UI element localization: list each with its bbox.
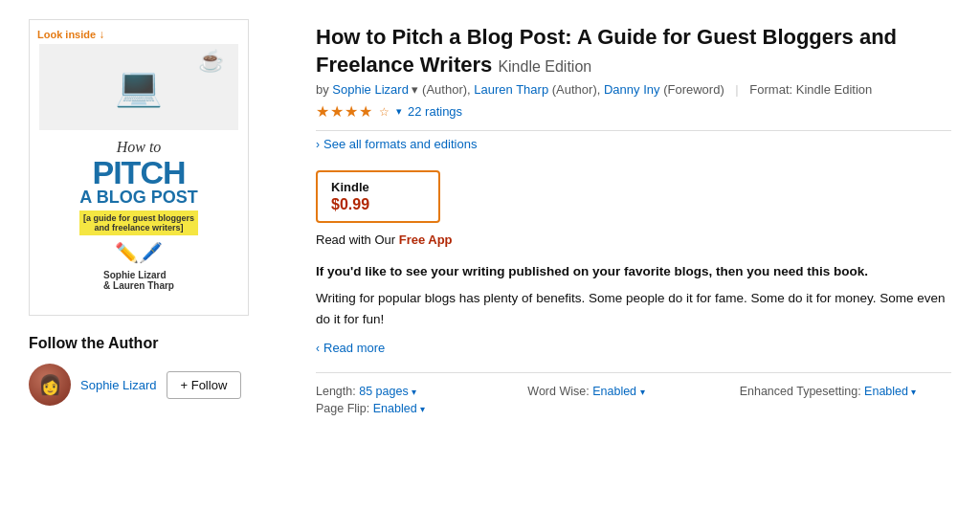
word-wise-detail: Word Wise: Enabled ▾: [527, 385, 739, 398]
rating-chevron[interactable]: ▾: [396, 105, 402, 118]
enhanced-label: Enhanced Typesetting:: [740, 385, 861, 398]
read-more-row: ‹ Read more: [316, 341, 951, 355]
author3-link[interactable]: Danny Iny: [604, 82, 660, 97]
half-star: ☆: [379, 105, 390, 119]
author1-chevron[interactable]: ▾: [412, 82, 418, 97]
rating-row: ★★★★ ☆ ▾ 22 ratings: [316, 102, 951, 121]
free-app-line: Read with Our Free App: [316, 233, 951, 247]
author-follow-name-link[interactable]: Sophie Lizard: [80, 378, 157, 392]
book-details: Length: 85 pages ▾ Word Wise: Enabled ▾ …: [316, 372, 951, 415]
author2-link[interactable]: Lauren Tharp: [474, 82, 548, 97]
look-inside-arrow-icon: ↓: [99, 28, 104, 41]
book-cover-title: How to PITCH A BLOG POST [a guide for gu…: [72, 135, 206, 240]
page-flip-value-link[interactable]: Enabled: [373, 402, 417, 415]
word-wise-chevron-icon[interactable]: ▾: [640, 387, 645, 397]
author2-role: (Author),: [552, 82, 601, 97]
see-formats-chevron-icon: ›: [316, 138, 320, 151]
enhanced-typesetting-detail: Enhanced Typesetting: Enabled ▾: [740, 385, 951, 398]
word-wise-label: Word Wise:: [527, 385, 589, 398]
length-chevron-icon[interactable]: ▾: [412, 387, 416, 397]
format-line: Format: Kindle Edition: [749, 82, 872, 97]
kindle-format-box[interactable]: Kindle $0.99: [316, 170, 440, 223]
cover-pitch: PITCH: [79, 156, 198, 188]
length-detail: Length: 85 pages ▾: [316, 385, 527, 398]
free-highlight: Free App: [399, 233, 453, 247]
book-cover-top-image: 💻 ☕: [39, 44, 238, 130]
book-title-text: How to Pitch a Blog Post: A Guide for Gu…: [316, 25, 897, 77]
see-formats-link[interactable]: See all formats and editions: [323, 137, 477, 151]
see-formats-row: › See all formats and editions: [316, 130, 951, 157]
follow-button[interactable]: + Follow: [167, 371, 242, 399]
look-inside-label[interactable]: Look inside ↓: [37, 28, 104, 41]
author-follow-row: 👩 Sophie Lizard + Follow: [29, 364, 287, 406]
cover-subtitle: [a guide for guest bloggersand freelance…: [79, 211, 198, 235]
star-rating: ★★★★: [316, 102, 373, 121]
cover-how-to: How to: [79, 139, 198, 156]
kindle-format-label: Kindle: [331, 180, 425, 194]
enhanced-chevron-icon[interactable]: ▾: [911, 387, 916, 397]
details-grid: Length: 85 pages ▾ Word Wise: Enabled ▾ …: [316, 385, 951, 415]
by-text: by: [316, 82, 329, 97]
free-app-text: Read with Our: [316, 233, 399, 247]
enhanced-value-link[interactable]: Enabled: [864, 385, 908, 398]
book-cover-image: 💻 ☕ How to PITCH A BLOG POST [a guide fo…: [30, 20, 248, 315]
ratings-count-link[interactable]: 22 ratings: [408, 104, 462, 119]
kindle-price: $0.99: [331, 196, 425, 213]
book-title: How to Pitch a Blog Post: A Guide for Gu…: [316, 24, 951, 78]
page-flip-chevron-icon[interactable]: ▾: [420, 404, 425, 414]
length-value-link[interactable]: 85 pages: [359, 385, 408, 398]
follow-section: Follow the Author 👩 Sophie Lizard + Foll…: [29, 335, 287, 406]
laptop-icon: 💻: [115, 64, 163, 109]
authors-line: by Sophie Lizard ▾ (Author), Lauren Thar…: [316, 82, 951, 97]
avatar: 👩: [29, 364, 71, 406]
author1-link[interactable]: Sophie Lizard: [332, 82, 409, 97]
page-flip-label: Page Flip:: [316, 402, 369, 415]
pencils-icon: ✏️🖊️: [115, 241, 163, 264]
length-label: Length:: [316, 385, 356, 398]
cover-author: Sophie Lizard& Lauren Tharp: [103, 270, 174, 291]
book-description-bold: If you'd like to see your writing publis…: [316, 264, 951, 278]
cover-blog-post: A BLOG POST: [79, 188, 198, 208]
author3-role: (Foreword): [663, 82, 724, 97]
pipe-divider: |: [735, 82, 738, 97]
read-more-chevron-icon: ‹: [316, 342, 320, 355]
page-flip-detail: Page Flip: Enabled ▾: [316, 402, 527, 415]
right-column: How to Pitch a Blog Post: A Guide for Gu…: [316, 19, 951, 415]
author1-role: (Author),: [422, 82, 471, 97]
left-column: Look inside ↓ 💻 ☕ How to PITCH A BLOG PO…: [29, 19, 287, 415]
kindle-edition-badge: Kindle Edition: [498, 58, 591, 75]
follow-section-title: Follow the Author: [29, 335, 287, 352]
book-description: Writing for popular blogs has plenty of …: [316, 288, 951, 329]
read-more-link[interactable]: Read more: [323, 341, 385, 355]
avatar-image: 👩: [38, 373, 62, 396]
word-wise-value-link[interactable]: Enabled: [592, 385, 636, 398]
coffee-cup-icon: ☕: [198, 49, 224, 74]
book-cover-wrapper[interactable]: Look inside ↓ 💻 ☕ How to PITCH A BLOG PO…: [29, 19, 249, 316]
